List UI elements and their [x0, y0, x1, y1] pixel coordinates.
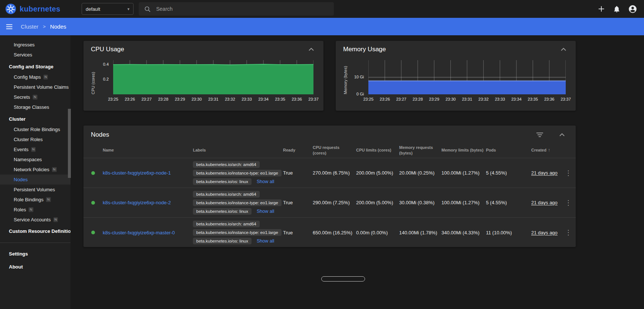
sidebar-item-service-accounts[interactable]: Service AccountsN [0, 215, 70, 225]
column-header-memory-requests-bytes[interactable]: Memory requests (bytes) [399, 145, 441, 156]
sidebar-item-namespaces[interactable]: Namespaces [0, 154, 70, 165]
sidebar-divider [0, 243, 70, 243]
column-header-memory-limits-bytes[interactable]: Memory limits (bytes) [441, 147, 486, 153]
memory-requests-value: 20.00Mi (0.25%) [399, 170, 434, 176]
sidebar-item-config-maps[interactable]: Config MapsN [0, 72, 70, 82]
collapse-memory-button[interactable] [559, 46, 568, 53]
show-all-link[interactable]: Show all [257, 238, 274, 244]
brand[interactable]: kubernetes [5, 0, 60, 18]
cpu-limits-value: 200.00m (5.00%) [356, 170, 393, 176]
sidebar-item-custom-resource-definitions[interactable]: Custom Resource Definitions [0, 225, 70, 238]
namespaced-badge: N [46, 197, 51, 202]
sidebar-scrollbar-thumb[interactable] [68, 109, 71, 178]
sidebar-item-persistent-volumes[interactable]: Persistent Volumes [0, 185, 70, 195]
cpu-card-header: CPU Usage [83, 41, 323, 55]
show-all-link[interactable]: Show all [257, 209, 274, 214]
node-name-link[interactable]: k8s-cluster-fxqgiyize6xp-master-0 [103, 230, 175, 235]
chevron-up-icon [561, 48, 566, 51]
node-row: k8s-cluster-fxqgiyize6xp-node-1beta.kube… [83, 158, 576, 188]
column-header-cpu-limits-cores[interactable]: CPU limits (cores) [356, 147, 399, 153]
column-header-pods[interactable]: Pods [486, 147, 531, 153]
column-header-name[interactable]: Name [103, 147, 193, 153]
sidebar-item-services[interactable]: Services [0, 50, 70, 60]
sidebar-item-cluster-roles[interactable]: Cluster Roles [0, 134, 70, 144]
collapse-cpu-button[interactable] [306, 46, 316, 53]
search-box [139, 2, 334, 16]
pods-value: 5 (4.55%) [486, 200, 507, 205]
sidebar-item-about[interactable]: About [0, 260, 70, 273]
sidebar-item-cluster-role-bindings[interactable]: Cluster Role Bindings [0, 124, 70, 134]
label-chip: beta.kubernetes.io/arch: amd64 [193, 191, 260, 198]
label-chip: beta.kubernetes.io/arch: amd64 [193, 221, 260, 227]
sidebar-item-events[interactable]: EventsN [0, 144, 70, 154]
sidebar-item-ingresses[interactable]: Ingresses [0, 40, 70, 50]
partially-visible-element [321, 276, 365, 282]
column-header-cpu-requests-cores[interactable]: CPU requests (cores) [313, 145, 356, 156]
created-value: 21 days ago [531, 170, 558, 176]
sidebar-item-roles[interactable]: RolesN [0, 205, 70, 215]
create-resource-button[interactable] [595, 3, 608, 15]
node-name-link[interactable]: k8s-cluster-fxqgiyize6xp-node-2 [103, 200, 171, 205]
sidebar-item-secrets[interactable]: SecretsN [0, 92, 70, 102]
namespace-value: default [86, 6, 100, 12]
column-header-labels[interactable]: Labels [193, 147, 283, 153]
x-tick-label: 23:26 [121, 97, 139, 101]
sidebar-item-label: Config Maps [14, 74, 41, 80]
show-all-link[interactable]: Show all [257, 179, 274, 184]
account-circle-icon [628, 4, 637, 14]
breadcrumb-bar: Cluster > Nodes [0, 18, 644, 35]
x-tick-label: 23:27 [392, 97, 410, 101]
account-button[interactable] [626, 2, 640, 16]
x-tick-label: 23:28 [409, 97, 427, 101]
sidebar: IngressesServicesConfig and StorageConfi… [0, 35, 70, 309]
memory-requests-value: 140.00Mi (1.78%) [399, 230, 437, 235]
x-tick-label: 23:34 [507, 97, 525, 101]
sidebar-item-nodes[interactable]: Nodes [0, 175, 70, 185]
sidebar-item-label: Persistent Volume Claims [14, 84, 69, 90]
sidebar-item-role-bindings[interactable]: Role BindingsN [0, 195, 70, 205]
x-tick-label: 23:34 [254, 97, 272, 101]
x-tick-label: 23:27 [138, 97, 155, 101]
column-header-created[interactable]: Created↑ [531, 147, 561, 153]
x-tick-label: 23:32 [474, 97, 492, 101]
sidebar-item-network-policies[interactable]: Network PoliciesN [0, 165, 70, 175]
row-menu-button[interactable]: ⋮ [562, 169, 575, 177]
memory-limits-value: 100.00Mi (1.27%) [441, 200, 480, 205]
cpu-usage-card: CPU Usage CPU (cores)0.20.423:2523:2623:… [83, 41, 323, 111]
x-tick-label: 23:30 [442, 97, 460, 101]
filter-icon [536, 133, 543, 137]
menu-button[interactable] [3, 20, 16, 33]
breadcrumb-current: Nodes [50, 23, 66, 30]
cpu-card-title: CPU Usage [91, 46, 124, 53]
nodes-card: Nodes NameLab [83, 126, 576, 247]
sidebar-item-label: Cluster Role Bindings [14, 127, 60, 132]
filter-button[interactable] [534, 130, 545, 139]
column-header-ready[interactable]: Ready [283, 147, 313, 153]
namespaced-badge: N [52, 167, 57, 172]
breadcrumb-parent[interactable]: Cluster [21, 23, 39, 30]
chevron-up-icon [309, 48, 314, 51]
sidebar-item-label: Ingresses [14, 42, 34, 48]
sidebar-item-label: Network Policies [14, 167, 49, 172]
label-chip: beta.kubernetes.io/os: linux [193, 238, 252, 244]
sidebar-item-persistent-volume-claims[interactable]: Persistent Volume ClaimsN [0, 82, 70, 92]
y-tick-label: 10 Gi [336, 75, 364, 79]
namespace-selector[interactable]: default ▾ [82, 3, 134, 15]
namespaced-badge: N [31, 147, 36, 152]
notifications-button[interactable] [611, 3, 623, 15]
label-chip: beta.kubernetes.io/arch: amd64 [193, 161, 260, 168]
sidebar-item-settings[interactable]: Settings [0, 247, 70, 260]
memory-limits-value: 100.00Mi (1.27%) [441, 170, 480, 176]
row-menu-button[interactable]: ⋮ [562, 228, 575, 237]
sidebar-item-label: Role Bindings [14, 197, 43, 202]
row-menu-button[interactable]: ⋮ [562, 199, 575, 207]
sidebar-item-storage-classes[interactable]: Storage Classes [0, 102, 70, 112]
node-name-link[interactable]: k8s-cluster-fxqgiyize6xp-node-1 [103, 170, 171, 176]
x-tick-label: 23:37 [305, 97, 322, 101]
search-input[interactable] [155, 6, 329, 12]
label-chip: beta.kubernetes.io/os: linux [193, 208, 252, 215]
memory-limits-value: 340.00Mi (4.33%) [441, 230, 480, 235]
chevron-up-icon [559, 133, 565, 136]
pods-value: 11 (10.00%) [486, 230, 512, 235]
collapse-nodes-button[interactable] [557, 131, 567, 139]
